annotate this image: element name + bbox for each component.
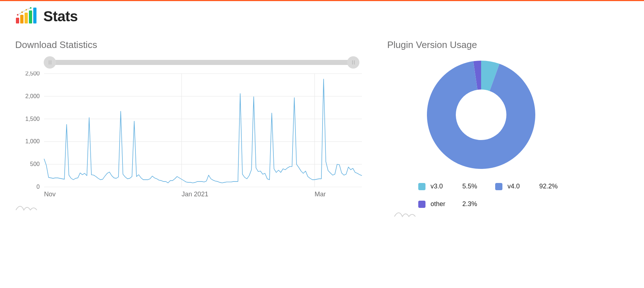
downloads-line-chart: 05001,0001,5002,0002,500NovJan 2021Mar bbox=[15, 71, 369, 201]
range-slider-handle-right[interactable] bbox=[347, 56, 359, 69]
svg-rect-0 bbox=[16, 18, 19, 23]
range-slider-track bbox=[50, 60, 353, 65]
chart-credit-icon[interactable] bbox=[15, 203, 41, 211]
swatch-other bbox=[418, 201, 425, 208]
legend-item-v3: v3.0 5.5% bbox=[418, 183, 477, 190]
page-header: Stats bbox=[15, 7, 629, 26]
svg-text:1,000: 1,000 bbox=[25, 138, 40, 144]
range-slider[interactable] bbox=[50, 57, 353, 68]
svg-text:2,500: 2,500 bbox=[25, 71, 40, 77]
swatch-v3 bbox=[418, 183, 425, 190]
version-donut-chart bbox=[423, 57, 539, 173]
donut-legend: v3.0 5.5% v4.0 92.2% other 2.3% bbox=[387, 183, 575, 208]
svg-text:2,000: 2,000 bbox=[25, 93, 40, 99]
svg-text:Mar: Mar bbox=[315, 191, 326, 198]
legend-item-v4: v4.0 92.2% bbox=[495, 183, 558, 190]
page-title: Stats bbox=[43, 8, 78, 25]
versions-section-title: Plugin Version Usage bbox=[387, 39, 575, 51]
chart-credit-icon[interactable] bbox=[394, 209, 420, 218]
legend-item-other: other 2.3% bbox=[418, 200, 477, 208]
svg-text:0: 0 bbox=[36, 184, 40, 190]
svg-text:500: 500 bbox=[30, 161, 40, 167]
swatch-v4 bbox=[495, 183, 502, 190]
range-slider-handle-left[interactable] bbox=[44, 56, 56, 69]
svg-text:1,500: 1,500 bbox=[25, 116, 40, 122]
stats-logo-icon bbox=[15, 7, 38, 26]
svg-rect-4 bbox=[33, 8, 36, 23]
svg-text:Jan 2021: Jan 2021 bbox=[182, 191, 208, 198]
svg-rect-1 bbox=[20, 15, 23, 23]
svg-rect-2 bbox=[25, 13, 28, 23]
downloads-section-title: Download Statistics bbox=[15, 39, 369, 51]
svg-rect-3 bbox=[29, 10, 32, 23]
svg-text:Nov: Nov bbox=[44, 191, 56, 198]
